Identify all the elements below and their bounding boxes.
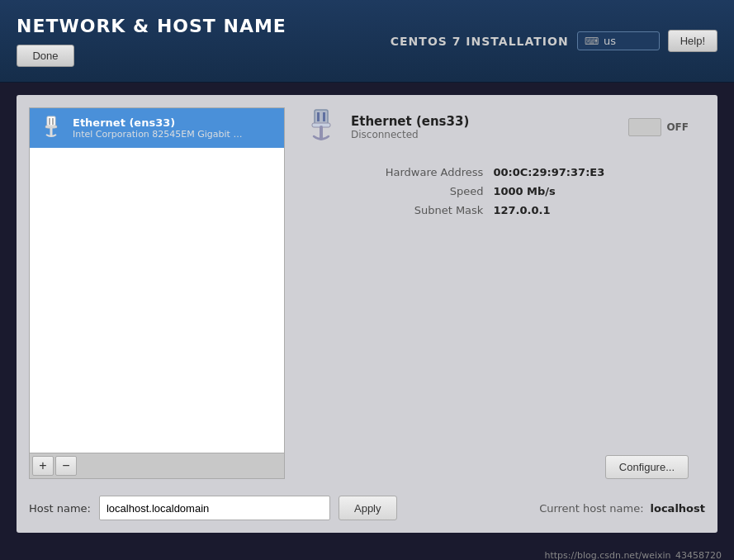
current-hostname-label: Current host name: bbox=[539, 502, 643, 515]
detail-ethernet-icon bbox=[301, 107, 341, 147]
footer: https://blog.csdn.net/weixin_43458720 bbox=[0, 545, 734, 560]
speed-value: 1000 Mb/s bbox=[493, 185, 689, 197]
subnet-mask-value: 127.0.0.1 bbox=[493, 204, 689, 216]
detail-title-area: Ethernet (ens33) Disconnected bbox=[351, 114, 469, 140]
speed-label: Speed bbox=[301, 185, 483, 197]
content-body: Ethernet (ens33) Intel Corporation 82545… bbox=[29, 107, 705, 479]
remove-network-button[interactable]: − bbox=[55, 456, 77, 476]
network-toggle[interactable] bbox=[628, 118, 661, 136]
detail-name: Ethernet (ens33) bbox=[351, 114, 469, 129]
hostname-label: Host name: bbox=[29, 502, 91, 515]
toggle-container[interactable]: OFF bbox=[628, 118, 689, 136]
list-toolbar: + − bbox=[29, 453, 285, 479]
toggle-label: OFF bbox=[666, 121, 689, 133]
network-list-panel: Ethernet (ens33) Intel Corporation 82545… bbox=[29, 107, 285, 479]
detail-header-left: Ethernet (ens33) Disconnected bbox=[301, 107, 469, 147]
header-left: NETWORK & HOST NAME Done bbox=[17, 16, 286, 67]
network-item-text: Ethernet (ens33) Intel Corporation 82545… bbox=[73, 116, 246, 140]
detail-status: Disconnected bbox=[351, 129, 469, 140]
network-list-item[interactable]: Ethernet (ens33) Intel Corporation 82545… bbox=[30, 108, 284, 148]
svg-rect-3 bbox=[45, 126, 57, 128]
configure-button[interactable]: Configure... bbox=[605, 455, 689, 479]
svg-rect-1 bbox=[49, 118, 50, 125]
ethernet-icon bbox=[38, 115, 64, 141]
hostname-input[interactable] bbox=[99, 496, 330, 520]
done-button[interactable]: Done bbox=[17, 45, 74, 67]
hardware-address-value: 00:0C:29:97:37:E3 bbox=[493, 166, 689, 178]
network-list: Ethernet (ens33) Intel Corporation 82545… bbox=[29, 107, 285, 453]
header: NETWORK & HOST NAME Done CENTOS 7 INSTAL… bbox=[0, 0, 734, 83]
installation-label: CENTOS 7 INSTALLATION bbox=[391, 35, 569, 48]
hostname-bar: Host name: Apply Current host name: loca… bbox=[29, 489, 705, 520]
hardware-address-label: Hardware Address bbox=[301, 166, 483, 178]
svg-rect-6 bbox=[323, 112, 325, 121]
detail-header: Ethernet (ens33) Disconnected OFF bbox=[301, 107, 689, 151]
main-content: Ethernet (ens33) Intel Corporation 82545… bbox=[17, 95, 717, 533]
page-title: NETWORK & HOST NAME bbox=[17, 16, 286, 36]
current-hostname-value: localhost bbox=[651, 502, 705, 515]
network-item-desc: Intel Corporation 82545EM Gigabit Ethern… bbox=[73, 129, 246, 140]
network-item-name: Ethernet (ens33) bbox=[73, 116, 246, 129]
apply-button[interactable]: Apply bbox=[339, 496, 397, 520]
keyboard-icon: ⌨ bbox=[585, 36, 599, 47]
help-button[interactable]: Help! bbox=[668, 30, 717, 52]
language-selector[interactable]: ⌨ us bbox=[577, 31, 660, 50]
current-hostname-area: Current host name: localhost bbox=[539, 502, 705, 515]
subnet-mask-label: Subnet Mask bbox=[301, 204, 483, 216]
lang-value: us bbox=[604, 35, 616, 47]
add-network-button[interactable]: + bbox=[32, 456, 54, 476]
network-detail-panel: Ethernet (ens33) Disconnected OFF Hardwa… bbox=[285, 107, 705, 479]
header-right: CENTOS 7 INSTALLATION ⌨ us Help! bbox=[391, 30, 717, 52]
footer-url: https://blog.csdn.net/weixin_43458720 bbox=[544, 550, 722, 560]
detail-info: Hardware Address 00:0C:29:97:37:E3 Speed… bbox=[301, 166, 689, 216]
svg-rect-5 bbox=[317, 112, 320, 121]
svg-rect-2 bbox=[52, 118, 54, 125]
